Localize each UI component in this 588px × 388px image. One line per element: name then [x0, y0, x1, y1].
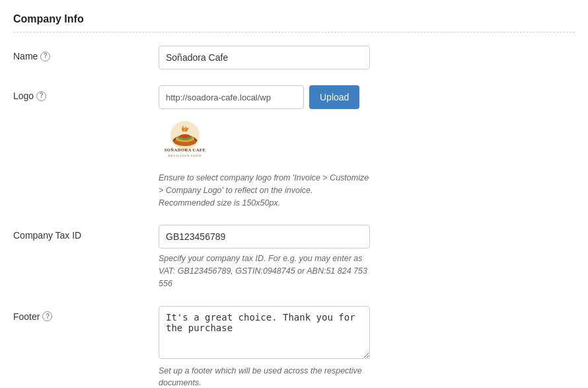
name-label-col: Name ? — [13, 46, 159, 61]
tax-id-row: Company Tax ID Specify your company tax … — [13, 225, 575, 290]
tax-id-label: Company Tax ID — [13, 230, 81, 241]
svg-text:SOÑADORA CAFE: SOÑADORA CAFE — [165, 147, 206, 152]
logo-input-row: Upload — [159, 85, 575, 109]
svg-point-4 — [180, 134, 190, 138]
logo-url-input[interactable] — [159, 85, 304, 109]
name-help-icon[interactable]: ? — [40, 52, 50, 61]
tax-id-hint: Specify your company tax ID. For e.g. yo… — [159, 252, 370, 290]
footer-field-col: Set up a footer which will be used acros… — [159, 306, 575, 389]
tax-id-field-col: Specify your company tax ID. For e.g. yo… — [159, 225, 575, 290]
tax-id-label-col: Company Tax ID — [13, 225, 159, 241]
logo-preview: SOÑADORA CAFE DELICIOUS FOOD — [159, 117, 575, 165]
name-field-col — [159, 46, 575, 69]
logo-label: Logo — [13, 91, 34, 101]
logo-image: SOÑADORA CAFE DELICIOUS FOOD — [159, 117, 211, 163]
section-title: Company Info — [13, 13, 575, 32]
logo-label-col: Logo ? — [13, 85, 159, 101]
footer-label: Footer — [13, 311, 40, 322]
footer-hint: Set up a footer which will be used acros… — [159, 365, 370, 389]
upload-button[interactable]: Upload — [309, 85, 359, 109]
name-row: Name ? — [13, 46, 575, 69]
footer-help-icon[interactable]: ? — [42, 311, 52, 321]
footer-textarea[interactable] — [159, 306, 370, 359]
name-input[interactable] — [159, 46, 370, 69]
svg-text:DELICIOUS FOOD: DELICIOUS FOOD — [168, 154, 202, 157]
logo-help-icon[interactable]: ? — [36, 91, 46, 101]
name-label: Name — [13, 51, 38, 61]
footer-row: Footer ? Set up a footer which will be u… — [13, 306, 575, 389]
logo-hint: Ensure to select company logo from 'Invo… — [159, 172, 370, 209]
tax-id-input[interactable] — [159, 225, 370, 249]
footer-label-col: Footer ? — [13, 306, 159, 322]
page-container: Company Info Name ? Logo ? Upload — [0, 0, 588, 388]
logo-row: Logo ? Upload — [13, 85, 575, 209]
logo-field-col: Upload — [159, 85, 575, 209]
